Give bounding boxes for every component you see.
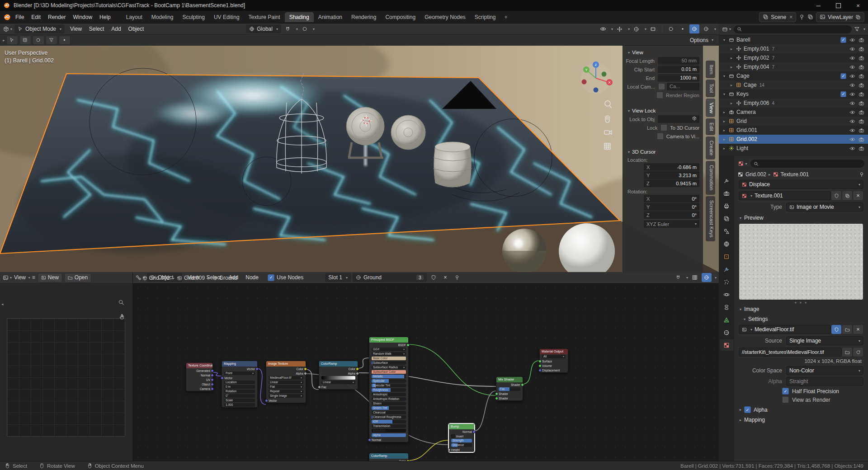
properties-tab-object-data[interactable] [720, 314, 733, 325]
properties-tab-texture[interactable] [720, 339, 733, 351]
local-camera-checkbox[interactable] [658, 83, 665, 90]
pin-icon[interactable] [799, 14, 805, 20]
breadcrumb-object[interactable]: Grid.002 [745, 171, 766, 178]
mode-dropdown[interactable]: Object Mode▾ [14, 24, 65, 33]
node-title[interactable]: Texture Coordinate [186, 363, 212, 368]
image-unlink-button[interactable]: × [853, 324, 863, 334]
image-editor-type-icon[interactable]: ▾ [2, 273, 12, 282]
outliner-item-empty-001[interactable]: ▸Empty.0017 [719, 44, 868, 53]
outliner-item-camera[interactable]: ▸Camera [719, 108, 868, 117]
node-canvas[interactable]: Texture CoordinateGeneratedNormalUVObjec… [133, 283, 719, 461]
tool-cursor-icon[interactable] [59, 36, 71, 45]
workspace-tab-shading[interactable]: Shading [285, 12, 314, 22]
properties-editor-type-icon[interactable]: ▾ [738, 159, 748, 168]
texture-unlink-button[interactable]: × [853, 191, 863, 201]
expand-icon[interactable]: ▾ [723, 92, 729, 96]
orientation-dropdown[interactable]: Global▾ [246, 24, 281, 33]
hide-eye-icon[interactable] [849, 82, 855, 88]
tool-tweak-icon[interactable] [6, 36, 18, 45]
node-title[interactable]: ColorRamp [319, 361, 358, 367]
node-title[interactable]: Principled BSDF [369, 337, 408, 343]
node-title[interactable]: Mapping [222, 361, 257, 367]
add-workspace-button[interactable]: + [501, 12, 511, 22]
node-image-texture[interactable]: Image TextureColorAlphaMedievalFloor.tif… [266, 361, 306, 403]
view-lock-section-header[interactable]: ▾View Lock [623, 106, 703, 115]
image-fake-user-button[interactable] [831, 324, 842, 334]
expand-icon[interactable]: ▸ [723, 137, 729, 141]
blender-menu-icon[interactable] [4, 14, 11, 21]
source-dropdown[interactable]: Single Image▾ [786, 336, 863, 345]
view-as-render-checkbox[interactable] [782, 396, 789, 403]
toolbar-expand-icon[interactable]: ▸ [3, 38, 5, 42]
outliner-item-keys[interactable]: ▾Keys✓ [719, 89, 868, 99]
expand-icon[interactable]: ▸ [723, 128, 729, 132]
render-visibility-icon[interactable] [859, 37, 864, 43]
node-preview-toggle[interactable] [702, 273, 712, 282]
properties-pin-icon[interactable] [859, 172, 864, 177]
new-viewlayer-icon[interactable] [855, 14, 861, 20]
menu-file[interactable]: File [12, 13, 28, 22]
properties-tab-tool[interactable] [720, 175, 733, 186]
render-visibility-icon[interactable] [859, 109, 864, 115]
outliner-filter-icon[interactable] [854, 26, 860, 32]
outliner-item-grid-002[interactable]: ▸Grid.002 [719, 135, 868, 144]
hide-eye-icon[interactable] [849, 64, 855, 70]
options-dropdown[interactable]: Options▾ [690, 37, 713, 43]
properties-tab-render[interactable] [720, 188, 733, 199]
local-camera-field[interactable]: Ca... [667, 83, 699, 90]
filepath-reload-button[interactable] [853, 347, 863, 357]
outliner-item-light[interactable]: ▸Light [719, 144, 868, 153]
clip-end-field[interactable]: 1000 m [658, 74, 699, 82]
outliner-item-grid-001[interactable]: ▸Grid.001 [719, 126, 868, 135]
node-overlay-grid-toggle[interactable] [690, 273, 700, 282]
cursor-rotation-y-field[interactable]: Y0° [644, 203, 699, 211]
hide-eye-icon[interactable] [849, 118, 855, 124]
properties-tab-scene[interactable] [720, 226, 733, 237]
collection-checkbox[interactable]: ✓ [840, 37, 846, 43]
collection-checkbox[interactable]: ✓ [840, 91, 846, 97]
sidebar-tab-commotion[interactable]: Commotion [706, 161, 715, 194]
fake-user-toggle[interactable] [429, 273, 439, 282]
material-datablock[interactable]: Ground 3 [353, 273, 427, 282]
expand-icon[interactable]: ▾ [723, 38, 729, 42]
image-open-button[interactable] [842, 324, 853, 334]
image-editor-canvas[interactable] [7, 318, 125, 437]
properties-tab-modifiers[interactable] [720, 263, 733, 275]
expand-icon[interactable]: ▸ [723, 146, 729, 150]
expand-icon[interactable]: ▸ [731, 47, 736, 51]
shading-rendered-button[interactable] [701, 24, 711, 33]
node-title[interactable]: Bump [449, 424, 474, 429]
maximize-button[interactable] [828, 0, 848, 11]
workspace-tab-geometry-nodes[interactable]: Geometry Nodes [420, 12, 470, 22]
node-mix-shader[interactable]: Mix ShaderShaderFacShaderShader [496, 376, 523, 401]
colorspace-dropdown[interactable]: Non-Color▾ [786, 366, 863, 375]
node-title[interactable]: Mix Shader [496, 377, 523, 382]
node-material-output[interactable]: Material OutputAll▾SurfaceVolumeDisplace… [539, 348, 568, 373]
outliner-item-empty-004[interactable]: ▸Empty.0047 [719, 62, 868, 71]
clip-start-field[interactable]: 0.01 m [658, 66, 699, 73]
unlink-scene-icon[interactable]: × [789, 14, 793, 20]
outliner-item-empty-002[interactable]: ▸Empty.0027 [719, 53, 868, 62]
snap-toggle[interactable] [283, 24, 293, 33]
cursor-euler-field[interactable]: XYZ Euler▾ [644, 220, 699, 228]
material-users-count[interactable]: 3 [416, 275, 424, 280]
texture-copy-button[interactable] [842, 191, 853, 201]
hide-eye-icon[interactable] [849, 136, 855, 142]
viewport-menu-select[interactable]: Select [85, 24, 108, 33]
render-visibility-icon[interactable] [859, 146, 864, 151]
tool-select-box-icon[interactable] [19, 36, 31, 45]
render-visibility-icon[interactable] [859, 64, 864, 70]
xray-toggle[interactable] [648, 24, 658, 33]
outliner-item-grid[interactable]: ▸Grid [719, 117, 868, 126]
properties-tab-material[interactable] [720, 327, 733, 338]
shader-menu-node[interactable]: Node [242, 273, 262, 282]
camera-to-view-checkbox[interactable] [657, 133, 664, 140]
path-item-grid-002[interactable]: Grid.002 [142, 275, 170, 281]
cursor-location-y-field[interactable]: Y3.213 m [644, 171, 699, 179]
texture-datablock-field[interactable]: ▾ Texture.001 [739, 191, 831, 200]
cursor-location-x-field[interactable]: X-0.686 m [644, 163, 699, 171]
expand-icon[interactable]: ▸ [731, 83, 736, 87]
show-overlays-toggle[interactable] [632, 24, 642, 33]
expand-icon[interactable]: ▸ [731, 65, 736, 69]
render-visibility-icon[interactable] [859, 100, 864, 106]
